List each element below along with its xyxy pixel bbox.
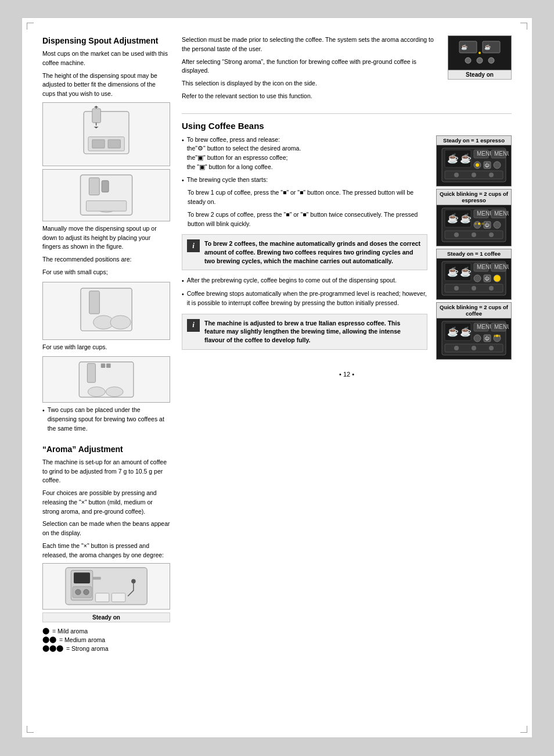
right-column: Selection must be made prior to selectin… [182,35,512,653]
svg-point-71 [474,223,477,225]
brew-item2: the"▣" button for an espresso coffee; [187,154,288,161]
right-para3: This selection is displayed by the icon … [182,79,439,88]
svg-rect-1 [92,109,101,123]
aroma-machine-image [42,563,170,610]
right-bottom-section: • To brew coffee, press and release: the… [182,135,512,362]
svg-point-56 [454,173,459,177]
svg-rect-15 [89,291,100,313]
dispensing-para2: The height of the dispensing spout may b… [42,71,170,99]
legend-strong: ⬤⬤⬤ = Strong aroma [42,644,170,652]
svg-point-17 [110,316,131,329]
svg-point-91 [454,286,459,291]
panel-coffee-blink-label: Quick blinking = 2 cups of coffee [437,303,511,318]
svg-point-110 [454,346,459,350]
aroma-para3: Selection can be made when the beans app… [42,519,170,538]
right-para4: Refer to the relevant section to use thi… [182,92,439,101]
svg-rect-8 [108,140,120,149]
brew-1cup-text: To brew 1 cup of coffee, press the "■" o… [188,188,427,207]
svg-rect-10 [89,178,99,195]
coffee-stop: • Coffee brewing stops automatically whe… [182,289,427,308]
panel-espresso-steady-label: Steady on = 1 espresso [437,136,511,145]
mild-icon: ⬤ [42,627,49,635]
using-coffee-title: Using Coffee Beans [182,121,512,131]
svg-point-108 [498,335,501,337]
info-icon-2: i [187,319,200,332]
svg-point-40 [488,58,494,63]
spout-image-1 [42,102,170,166]
steady-on-display-box: ☕ ☕ Steady on [448,35,512,105]
svg-point-107 [496,335,498,337]
svg-text:⏻: ⏻ [484,163,490,168]
aroma-para2: Four choices are possible by pressing an… [42,489,170,516]
right-para1: Selection must be made prior to selectin… [182,35,439,54]
panel-espresso-blink-content: ☕ ☕ MENU MENU ⏻ [437,205,511,246]
dispensing-spout-section: Dispensing Spout Adjustment Most cups on… [42,35,170,433]
svg-point-92 [472,286,476,291]
info-box-2: i The machine is adjusted to brew a true… [182,314,427,350]
bullet-dot-stop: • [182,290,184,308]
svg-point-58 [489,173,494,177]
svg-rect-26 [74,573,90,584]
panel-espresso-blink: Quick blinking = 2 cups of espresso ☕ ☕ … [436,189,512,246]
brew-intro: • To brew coffee, press and release: the… [182,135,427,172]
panel-espresso-steady: Steady on = 1 espresso ☕ ☕ [436,135,512,187]
aroma-legend: ⬤ = Mild aroma ⬤⬤ = Medium aroma ⬤⬤⬤ = S… [42,627,170,652]
panel-coffee-steady: Steady on = 1 coffee ☕ ☕ MENU MENU [436,249,512,300]
dispensing-para5: For use with small cups; [42,268,170,277]
page: Dispensing Spout Adjustment Most cups on… [21,17,533,738]
info-icon-1: i [187,239,200,252]
svg-point-111 [472,346,476,350]
brew-2cup-text: To brew 2 cups of coffee, press the "■" … [188,210,427,229]
svg-text:☕: ☕ [447,326,459,337]
svg-point-76 [472,232,476,237]
svg-text:☕: ☕ [461,44,468,51]
svg-point-39 [477,58,483,63]
right-top-section: Selection must be made prior to selectin… [182,35,512,105]
panel-coffee-steady-content: ☕ ☕ MENU MENU ⏻ [437,259,511,299]
svg-rect-102 [474,335,481,342]
dispensing-title: Dispensing Spout Adjustment [42,35,170,46]
steady-on-display: ☕ ☕ [448,35,512,70]
svg-point-29 [84,590,89,595]
spout-image-2 [42,169,170,221]
medium-icon: ⬤⬤ [42,636,56,643]
svg-text:☕: ☕ [484,44,491,51]
svg-marker-4 [94,106,99,108]
panel-coffee-blink-content: ☕ ☕ MENU MENU ⏻ [437,318,511,359]
svg-rect-53 [494,162,501,169]
bullet-dot-after: • [182,277,184,286]
svg-text:☕: ☕ [447,213,459,224]
right-para2: After selecting “Strong aroma”, the func… [182,58,439,76]
svg-rect-7 [92,140,105,149]
svg-rect-22 [101,364,105,368]
svg-text:☕: ☕ [460,266,472,277]
svg-text:MENU: MENU [494,264,509,270]
panel-coffee-steady-label: Steady on = 1 coffee [437,249,511,259]
section-divider [182,113,512,114]
bullet-dot-brew: • [182,136,184,172]
svg-rect-19 [87,364,95,383]
legend-medium: ⬤⬤ = Medium aroma [42,636,170,643]
svg-text:MENU: MENU [494,210,509,217]
aroma-section: “Aroma” Adjustment The machine is set-up… [42,444,170,653]
svg-point-38 [465,58,471,63]
svg-point-20 [88,387,105,397]
svg-rect-13 [86,201,126,212]
svg-text:⏻: ⏻ [484,223,490,228]
svg-text:☕: ☕ [447,153,459,164]
svg-point-106 [494,335,496,337]
spout-image-3 [42,282,170,340]
svg-rect-11 [102,181,109,192]
after-prebrew: • After the prebrewing cycle, coffee beg… [182,276,427,286]
svg-text:☕: ☕ [460,153,472,164]
svg-rect-30 [93,577,101,580]
svg-rect-23 [106,364,110,368]
right-bottom-text: • To brew coffee, press and release: the… [182,135,427,362]
svg-text:MENU: MENU [494,151,509,157]
svg-point-41 [479,52,481,54]
svg-rect-32 [111,593,125,602]
svg-point-112 [489,346,494,350]
svg-rect-89 [494,275,501,282]
right-steady-label: Steady on [448,70,512,80]
svg-point-54 [476,163,479,167]
